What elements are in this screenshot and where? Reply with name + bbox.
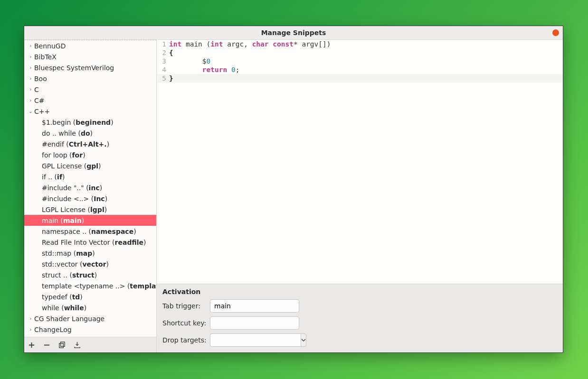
code-content: int main (int argc, char const* argv[]) [169,40,331,48]
copy-snippet-button[interactable] [57,341,66,349]
line-number: 4 [157,65,169,74]
tree-item-label: ChangeLog [34,326,72,333]
tree-item-label: main (main) [42,217,84,224]
tree-item-label: for loop (for) [42,151,85,159]
language-group[interactable]: ›ChangeLog [24,324,156,335]
language-group[interactable]: ›BibTeX [24,51,156,62]
code-content: return 0; [169,65,239,74]
chevron-right-icon: › [28,43,33,48]
language-group[interactable]: ›C [24,84,156,95]
import-snippet-button[interactable] [73,341,81,349]
tree-item-label: typedef (td) [42,293,83,301]
line-number: 1 [157,40,169,48]
code-line[interactable]: 2{ [157,48,563,57]
language-group[interactable]: ›C# [24,95,156,106]
tree-item-label: BibTeX [34,53,57,61]
tab-trigger-label: Tab trigger: [162,302,210,310]
tree-item-label: std::vector (vector) [42,260,109,268]
line-number: 2 [157,48,169,57]
snippet-item[interactable]: #endif (Ctrl+Alt+.) [24,139,156,149]
snippet-item[interactable]: $1.begin (beginend) [24,117,156,128]
chevron-right-icon: › [28,98,33,103]
code-line[interactable]: 4 return 0; [157,65,563,74]
tree-item-label: Read File Into Vector (readfile) [42,239,146,246]
tree-item-label: Boo [34,75,47,83]
language-group[interactable]: ⌄C++ [24,106,156,117]
snippet-item[interactable]: std::map (map) [24,248,156,259]
drop-targets-input[interactable] [210,333,301,347]
tree-item-label: LGPL License (lgpl) [42,206,107,213]
snippet-item[interactable]: do .. while (do) [24,128,156,139]
code-content: { [169,48,173,57]
window-title: Manage Snippets [261,29,326,37]
tree-item-label: C [34,86,39,93]
code-content: } [169,74,173,83]
snippets-sidebar: ›BennuGD›BibTeX›Bluespec SystemVerilog›B… [24,40,157,352]
activation-heading: Activation [162,288,557,296]
close-button[interactable] [552,29,559,36]
chevron-down-icon [301,338,306,342]
activation-panel: Activation Tab trigger: Shortcut key: Dr… [157,284,563,352]
drop-targets-dropdown-button[interactable] [301,333,306,347]
chevron-down-icon: ⌄ [28,109,33,114]
snippet-item[interactable]: typedef (td) [24,291,156,302]
snippet-item[interactable]: std::vector (vector) [24,259,156,269]
chevron-right-icon: › [28,87,33,92]
tree-item-label: while (while) [42,304,86,312]
svg-rect-1 [60,342,64,346]
chevron-right-icon: › [28,316,33,321]
snippet-item[interactable]: template <typename ..> (template) [24,280,156,291]
tree-item-label: #include <..> (Inc) [42,195,107,203]
snippet-item[interactable]: #include ".." (inc) [24,182,156,193]
tree-item-label: #endif (Ctrl+Alt+.) [42,140,109,148]
language-group[interactable]: ›CG Shader Language [24,313,156,324]
sidebar-toolbar [24,337,156,352]
add-snippet-button[interactable] [27,341,36,349]
snippet-item[interactable]: GPL License (gpl) [24,160,156,171]
tree-item-label: namespace .. (namespace) [42,228,136,235]
snippet-editor[interactable]: 1int main (int argc, char const* argv[])… [157,40,563,284]
language-group[interactable]: ›BennuGD [24,40,156,51]
drop-targets-label: Drop targets: [162,336,210,344]
shortcut-key-label: Shortcut key: [162,319,210,327]
code-content: $0 [169,57,210,65]
snippet-item[interactable]: for loop (for) [24,149,156,160]
tree-item-label: BennuGD [34,42,66,50]
svg-rect-0 [59,343,63,347]
code-line[interactable]: 1int main (int argc, char const* argv[]) [157,40,563,48]
snippet-item[interactable]: LGPL License (lgpl) [24,204,156,215]
tree-item-label: CG Shader Language [34,315,104,323]
remove-snippet-button[interactable] [42,341,51,349]
tree-item-label: Bluespec SystemVerilog [34,64,114,72]
tree-item-label: #include ".." (inc) [42,184,102,192]
snippet-item[interactable]: main (main) [24,215,156,226]
tree-item-label: GPL License (gpl) [42,162,101,170]
tree-item-label: $1.begin (beginend) [42,119,114,126]
language-group[interactable]: ›Bluespec SystemVerilog [24,62,156,73]
tree-item-label: if .. (if) [42,173,65,181]
tab-trigger-input[interactable] [210,299,299,313]
chevron-right-icon: › [28,327,33,332]
snippet-item[interactable]: while (while) [24,302,156,313]
snippet-item[interactable]: Read File Into Vector (readfile) [24,237,156,248]
snippet-item[interactable]: if .. (if) [24,171,156,182]
line-number: 5 [157,74,169,83]
tree-item-label: struct .. (struct) [42,271,97,279]
snippet-item[interactable]: struct .. (struct) [24,269,156,280]
tree-item-label: std::map (map) [42,250,95,257]
snippet-item[interactable]: namespace .. (namespace) [24,226,156,237]
tree-item-label: C# [34,97,45,104]
language-group[interactable]: ›Boo [24,73,156,84]
manage-snippets-window: Manage Snippets ›BennuGD›BibTeX›Bluespec… [24,26,563,353]
titlebar[interactable]: Manage Snippets [24,26,563,40]
snippet-tree[interactable]: ›BennuGD›BibTeX›Bluespec SystemVerilog›B… [24,40,156,337]
tree-item-label: do .. while (do) [42,129,93,137]
drop-targets-combo[interactable] [210,333,299,347]
shortcut-key-input[interactable] [210,316,299,330]
chevron-right-icon: › [28,54,33,59]
tree-item-label: C++ [34,108,50,115]
chevron-right-icon: › [28,65,33,70]
code-line[interactable]: 3 $0 [157,57,563,65]
code-line[interactable]: 5} [157,74,563,83]
snippet-item[interactable]: #include <..> (Inc) [24,193,156,204]
